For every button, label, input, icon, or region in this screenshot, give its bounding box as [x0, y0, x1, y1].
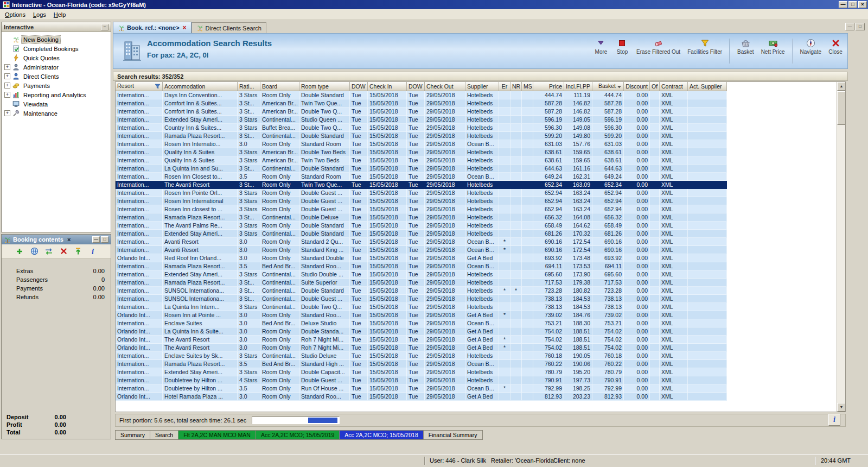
table-row[interactable]: Internation...The Avanti Resort3 St...Ro… [116, 181, 727, 189]
basket-button[interactable]: Basket [736, 37, 756, 56]
table-row[interactable]: Internation...La Quinta Inn and Su...3 S… [116, 165, 727, 173]
tab-book-ref-none[interactable]: Book. ref.: <none>× [113, 22, 192, 33]
table-row[interactable]: Internation...Country Inn & Suites...3 S… [116, 124, 727, 132]
table-row[interactable]: Internation...Enclave Suites by Sk...3 S… [116, 352, 727, 360]
column-header-contract[interactable]: Contract [660, 82, 688, 91]
column-header-er[interactable]: Er [499, 82, 510, 91]
export-button[interactable] [73, 246, 84, 256]
expand-icon[interactable]: + [4, 73, 10, 79]
table-row[interactable]: Internation...Rosen Inn closest to ...3 … [116, 205, 727, 213]
sidebar-item-reporting-and-analytics[interactable]: +Reporting and Analytics [2, 90, 111, 99]
sidebar-item-direct-clients[interactable]: +Direct Clients [2, 72, 111, 81]
erase-filtered-out-button[interactable]: Erase Filtered Out [635, 37, 682, 56]
column-header-dow[interactable]: DOW [407, 82, 425, 91]
add-item-button[interactable] [15, 246, 25, 256]
more-button[interactable]: More [592, 37, 610, 56]
minimize-button[interactable]: — [839, 1, 847, 8]
table-row[interactable]: Internation...Ramada Plaza Resort...3 St… [116, 213, 727, 222]
bottom-tab-flt-2a-2c-man-mco-man[interactable]: Flt 2A,2C MAN MCO MAN [178, 430, 256, 440]
table-row[interactable]: Internation...SUNSOL Internationa...3 St… [116, 295, 727, 303]
expand-icon[interactable]: + [4, 110, 10, 116]
table-row[interactable]: Internation...Enclave Suites3.0Bed And B… [116, 319, 727, 327]
table-row[interactable]: Internation...Rosen Inn Internatio...3.0… [116, 140, 727, 148]
minimize-panel-button[interactable]: — [92, 236, 100, 243]
table-row[interactable]: Internation...Ramada Plaza Resort...3.5B… [116, 262, 727, 270]
table-row[interactable]: Internation...SUNSOL Internationa...3 St… [116, 287, 727, 295]
table-row[interactable]: Internation...Extended Stay Ameri...3 St… [116, 270, 727, 279]
sidebar-item-viewdata[interactable]: Viewdata [2, 99, 111, 109]
nett-price-button[interactable]: Nett Price [760, 37, 787, 56]
column-header-check-in[interactable]: Check In [368, 82, 407, 91]
table-row[interactable]: Internation...Ramada Plaza Resort...3 St… [116, 279, 727, 287]
table-row[interactable]: Internation...Comfort Inn & Suites...3 S… [116, 108, 727, 116]
navigate-button[interactable]: Navigate [799, 37, 823, 56]
column-header-room-type[interactable]: Room type [299, 82, 350, 91]
column-header-incl-fl-pp[interactable]: Incl.Fl.PP [564, 82, 592, 91]
column-header-check-out[interactable]: Check Out [425, 82, 465, 91]
facilities-filter-button[interactable]: Facilities Filter [686, 37, 724, 56]
column-header-of[interactable]: Of [650, 82, 660, 91]
menu-logs[interactable]: Logs [29, 10, 50, 20]
table-row[interactable]: Orlando Int...Hotel Ramada Plaza ...3.0R… [116, 393, 727, 401]
bottom-tab-financial-summary[interactable]: Financial Summary [424, 430, 483, 440]
table-row[interactable]: Internation...La Quinta Inn Intern...3 S… [116, 303, 727, 311]
table-row[interactable]: Internation...Extended Stay Ameri...3 St… [116, 368, 727, 376]
table-row[interactable]: Internation...Extended Stay Ameri...3 St… [116, 116, 727, 124]
column-header-resort[interactable]: Resort [116, 82, 163, 91]
table-row[interactable]: Internation...Rosen Inn Closest to...3.5… [116, 173, 727, 181]
sidebar-item-administrator[interactable]: +Administrator [2, 62, 111, 72]
info-button[interactable]: i [828, 414, 840, 426]
tab-close-icon[interactable]: × [183, 24, 187, 31]
column-header-ms[interactable]: MS [522, 82, 533, 91]
table-row[interactable]: Internation...Quality Inn & Suites3 Star… [116, 148, 727, 156]
web-search-button[interactable] [29, 246, 40, 256]
expand-icon[interactable]: + [4, 64, 10, 70]
table-row[interactable]: Internation...Ramada Plaza Resort...3.5B… [116, 360, 727, 368]
vertical-scrollbar[interactable]: ▲ ▼ [837, 82, 845, 412]
bottom-tab-search[interactable]: Search [150, 430, 178, 440]
sidebar-item-quick-quotes[interactable]: Quick Quotes [2, 53, 111, 62]
table-row[interactable]: Internation...Doubletree by Hilton ...4 … [116, 376, 727, 384]
tab-direct-clients-search[interactable]: Direct Clients Search [192, 22, 266, 33]
sidebar-item-maintenance[interactable]: +Maintenance [2, 109, 111, 118]
expand-icon[interactable]: + [4, 83, 10, 89]
restore-panel-button[interactable]: □ [101, 236, 108, 243]
table-row[interactable]: Orlando Int...The Avanti Resort3.0Room O… [116, 344, 727, 352]
table-row[interactable]: Internation...The Avanti Palms Re...3 St… [116, 222, 727, 230]
table-row[interactable]: Internation...Rosen Inn International3 S… [116, 197, 727, 205]
collapse-sidebar-button[interactable]: − [101, 24, 108, 30]
sidebar-item-payments[interactable]: +Payments [2, 81, 111, 90]
sidebar-item-new-booking[interactable]: New Booking [2, 35, 111, 44]
bottom-tab-acc-2a-2c-mco-15-05-2018[interactable]: Acc 2A,2C MCO; 15/05/2018 [340, 430, 423, 440]
column-header-price[interactable]: Price [533, 82, 564, 91]
table-row[interactable]: Orlando Int...La Quinta Inn & Suite...3.… [116, 327, 727, 336]
bottom-tab-summary[interactable]: Summary [115, 430, 150, 440]
table-row[interactable]: Internation...Extended Stay Ameri...3 St… [116, 230, 727, 238]
menu-help[interactable]: Help [50, 10, 70, 20]
stop-button[interactable]: Stop [614, 37, 631, 56]
expand-icon[interactable]: + [4, 92, 10, 98]
mdi-restore-button[interactable]: □ [856, 23, 865, 30]
column-header-board[interactable]: Board [260, 82, 299, 91]
table-row[interactable]: Internation...Avanti Resort3.0Room OnlyS… [116, 238, 727, 246]
column-header-nr[interactable]: NR [510, 82, 522, 91]
column-header-basket[interactable]: Basket [592, 82, 624, 91]
column-header-act-supplier[interactable]: Act. Supplier [688, 82, 727, 91]
delete-item-button[interactable] [59, 246, 69, 256]
table-row[interactable]: Internation...Quality Inn & Suites3 Star… [116, 156, 727, 165]
table-row[interactable]: Internation...Doubletree by Hilton ...3.… [116, 384, 727, 393]
table-row[interactable]: Internation...Comfort Inn & Suites...3 S… [116, 99, 727, 108]
close-button[interactable]: × [858, 1, 867, 8]
scrollbar-thumb[interactable] [837, 91, 846, 125]
close-button[interactable]: Close [827, 37, 844, 56]
mdi-minimize-button[interactable]: — [845, 23, 854, 30]
column-header-rati[interactable]: Rati... [238, 82, 260, 91]
table-row[interactable]: Orlando Int...The Avanti Resort3.0Room O… [116, 336, 727, 344]
table-row[interactable]: Internation...Rosen Inn Pointe Orl...3 S… [116, 189, 727, 197]
table-row[interactable]: Internation...Ramada Plaza Resort...3 St… [116, 132, 727, 140]
transfer-button[interactable] [44, 246, 54, 256]
bottom-tab-acc-2a-2c-mco-15-05-2019[interactable]: Acc 2A,2C MCO; 15/05/2019 [256, 430, 340, 440]
column-header-supplier[interactable]: Supplier [465, 82, 499, 91]
sidebar-item-completed-bookings[interactable]: Completed Bookings [2, 44, 111, 53]
table-row[interactable]: Orlando Int...Red Roof Inn Orland...3.0R… [116, 254, 727, 262]
